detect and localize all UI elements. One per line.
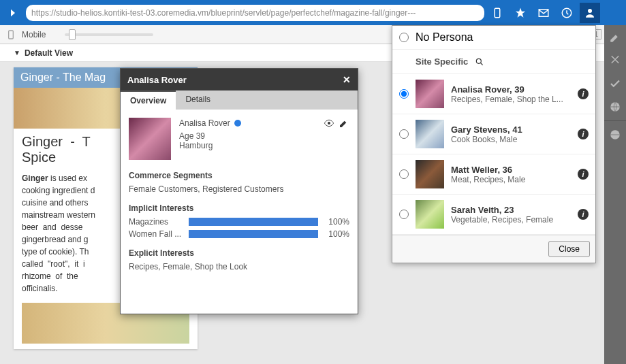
interest-bar [189,230,318,238]
back-button[interactable] [3,3,23,23]
persona-meta: Vegetable, Recipes, Female [451,215,571,225]
active-dot-icon [234,120,241,127]
persona-name: Analisa Rover, 39 [451,84,571,95]
mobile-icon [5,29,16,40]
svg-point-10 [328,122,330,125]
persona-name: Sarah Veith, 23 [451,205,571,215]
device-label: Mobile [22,30,46,39]
site-specific-header: Site Specific [392,50,595,74]
interest-row: Women Fall ... 100% [129,229,349,239]
profile-age: Age 39 [179,131,349,141]
implicit-title: Implicit Interests [129,203,349,213]
tab-overview[interactable]: Overview [121,90,176,110]
persona-radio[interactable] [399,89,409,99]
right-rail [604,0,626,364]
persona-radio[interactable] [399,210,409,219]
top-toolbar: https://studio-helios.kontiki-test-03.co… [0,0,626,25]
explicit-value: Recipes, Female, Shop the Look [129,262,349,271]
interest-label: Magazines [129,217,183,227]
info-icon[interactable]: i [578,209,589,220]
svg-point-9 [477,59,482,63]
svg-rect-3 [9,31,14,39]
persona-meta: Recipes, Female, Shop the L... [451,95,571,104]
persona-avatar [416,160,444,188]
persona-row[interactable]: Analisa Rover, 39 Recipes, Female, Shop … [392,74,595,114]
info-icon[interactable]: i [578,129,589,139]
no-persona-row[interactable]: No Persona [392,26,595,50]
rail-cut-icon[interactable] [604,50,626,71]
interest-value: 100% [324,217,349,227]
view-label: Default View [25,48,73,58]
persona-radio[interactable] [399,129,409,139]
persona-meta: Meat, Recipes, Male [451,175,571,184]
clock-icon[interactable] [557,3,577,23]
url-field[interactable]: https://studio-helios.kontiki-test-03.co… [26,5,484,21]
dialog-title: Analisa Rover [127,75,187,85]
profile-name: Analisa Rover [179,118,230,128]
persona-footer: Close [392,235,595,263]
interest-bar [189,218,318,226]
segments-value: Female Customers, Registered Customers [129,184,349,194]
mail-icon[interactable] [533,3,554,23]
persona-name: Matt Weller, 36 [451,165,571,175]
eye-icon[interactable] [324,118,334,129]
favorite-icon[interactable] [510,3,531,23]
persona-dialog: Analisa Rover ✕ Overview Details Analisa… [120,68,358,314]
persona-avatar [416,200,444,229]
persona-dropdown: No Persona Site Specific Analisa Rover, … [392,25,596,263]
profile-avatar [129,118,171,160]
device-icon[interactable] [487,3,507,23]
interest-value: 100% [324,229,349,239]
no-persona-radio[interactable] [399,33,409,42]
close-button[interactable]: Close [548,241,590,257]
svg-point-2 [588,9,592,13]
rail-globe2-icon[interactable] [604,124,626,146]
rail-check-icon[interactable] [604,73,626,95]
zoom-slider[interactable] [65,33,153,36]
no-persona-label: No Persona [416,31,473,44]
collapse-arrow-icon: ▼ [14,49,20,56]
profile-city: Hamburg [179,141,349,150]
tab-details[interactable]: Details [176,90,220,110]
persona-row[interactable]: Sarah Veith, 23 Vegetable, Recipes, Fema… [392,195,595,235]
persona-row[interactable]: Matt Weller, 36 Meat, Recipes, Male i [392,154,595,195]
persona-row[interactable]: Gary Stevens, 41 Cook Books, Male i [392,114,595,154]
persona-avatar [416,120,444,148]
rail-edit-icon[interactable] [604,27,626,48]
pencil-icon[interactable] [339,118,349,129]
info-icon[interactable]: i [578,169,589,180]
dialog-close-icon[interactable]: ✕ [343,74,351,85]
dialog-tabs: Overview Details [121,90,358,110]
persona-avatar [416,80,444,108]
search-icon[interactable] [475,57,484,67]
dialog-header[interactable]: Analisa Rover ✕ [121,69,358,90]
segments-title: Commerce Segments [129,171,349,180]
interest-row: Magazines 100% [129,217,349,227]
persona-radio[interactable] [399,169,409,179]
persona-name: Gary Stevens, 41 [451,125,571,135]
svg-rect-0 [495,8,500,18]
rail-globe-icon[interactable] [604,96,626,118]
info-icon[interactable]: i [578,88,589,99]
explicit-title: Explicit Interests [129,248,349,258]
persona-icon[interactable] [580,3,600,23]
interest-label: Women Fall ... [129,229,183,239]
persona-meta: Cook Books, Male [451,135,571,144]
